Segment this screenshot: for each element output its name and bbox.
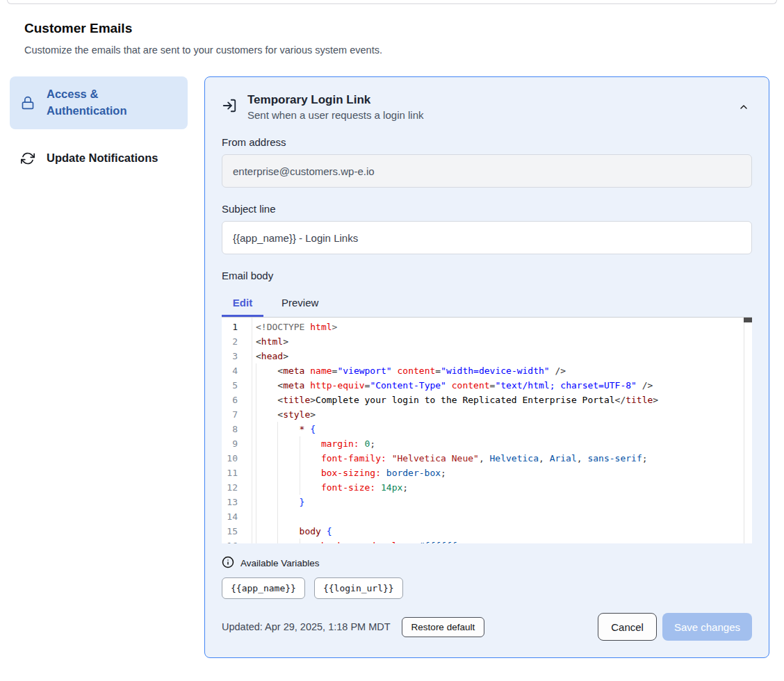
sidebar: Access & Authentication Update Notificat… <box>10 76 188 177</box>
temporary-login-link-panel: Temporary Login Link Sent when a user re… <box>204 76 769 658</box>
chevron-up-icon <box>738 104 749 115</box>
code-line: <style> <box>256 407 742 422</box>
line-number: 14 <box>222 509 252 524</box>
line-number: 3 <box>222 349 252 363</box>
line-number: 4 <box>222 363 252 378</box>
code-line: font-size: 14px; <box>256 480 742 495</box>
sidebar-item-update-notifications[interactable]: Update Notifications <box>10 140 188 177</box>
available-variables-header: Available Variables <box>222 556 752 571</box>
page-title: Customer Emails <box>24 21 784 36</box>
panel-title: Temporary Login Link <box>247 93 423 107</box>
tab-edit[interactable]: Edit <box>222 288 263 317</box>
code-line: font-family: "Helvetica Neue", Helvetica… <box>256 451 742 466</box>
indent-guide <box>277 524 299 539</box>
editor-code: <!DOCTYPE html><html><head><meta name="v… <box>252 318 752 543</box>
code-line: <!DOCTYPE html> <box>256 320 742 334</box>
refresh-icon <box>21 151 36 165</box>
panel-header-text: Temporary Login Link Sent when a user re… <box>247 93 423 121</box>
indent-guide <box>277 466 299 480</box>
restore-default-button[interactable]: Restore default <box>402 617 485 637</box>
indent-guide <box>256 466 277 480</box>
line-number: 12 <box>222 480 252 495</box>
subject-line-label: Subject line <box>222 203 752 215</box>
code-line: } <box>256 495 742 509</box>
lock-icon <box>21 96 36 110</box>
line-number: 16 <box>222 539 252 543</box>
line-number: 10 <box>222 451 252 466</box>
indent-guide <box>256 393 277 407</box>
indent-guide <box>277 480 299 495</box>
code-line: <title>Complete your login to the Replic… <box>256 393 742 407</box>
indent-guide <box>256 363 277 378</box>
from-address-label: From address <box>222 136 752 148</box>
editor-scrollbar[interactable] <box>744 318 752 543</box>
available-variables-label: Available Variables <box>240 558 320 568</box>
line-number: 5 <box>222 378 252 393</box>
tab-preview[interactable]: Preview <box>280 288 320 317</box>
sidebar-item-label: Update Notifications <box>47 150 158 167</box>
code-line: margin: 0; <box>256 436 742 451</box>
panel-footer: Updated: Apr 29, 2025, 1:18 PM MDT Resto… <box>222 613 752 641</box>
sidebar-item-access-authentication[interactable]: Access & Authentication <box>10 76 188 129</box>
cancel-button[interactable]: Cancel <box>598 613 657 641</box>
line-number: 2 <box>222 334 252 349</box>
indent-guide <box>256 378 277 393</box>
code-line <box>256 509 742 524</box>
email-body-label: Email body <box>222 270 752 281</box>
code-line: <meta name="viewport" content="width=dev… <box>256 363 742 378</box>
code-line: box-sizing: border-box; <box>256 466 742 480</box>
editor-gutter: 12345678910111213141516 <box>222 318 252 543</box>
panel-header: Temporary Login Link Sent when a user re… <box>222 93 752 121</box>
variable-chip[interactable]: {{app_name}} <box>222 577 305 599</box>
updated-timestamp: Updated: Apr 29, 2025, 1:18 PM MDT <box>222 621 391 632</box>
indent-guide <box>277 495 299 509</box>
indent-guide <box>300 436 321 451</box>
indent-guide <box>277 451 299 466</box>
indent-guide <box>277 539 299 543</box>
indent-guide <box>277 436 299 451</box>
line-number: 11 <box>222 466 252 480</box>
subject-line-input[interactable] <box>222 221 752 254</box>
indent-guide <box>256 436 277 451</box>
line-number: 13 <box>222 495 252 509</box>
code-line: <meta http-equiv="Content-Type" content=… <box>256 378 742 393</box>
indent-guide <box>256 407 277 422</box>
sidebar-item-label: Access & Authentication <box>47 86 177 120</box>
indent-guide <box>277 422 299 436</box>
indent-guide <box>256 422 277 436</box>
code-line: background-color: #ffffff; <box>256 539 742 543</box>
collapse-button[interactable] <box>735 99 752 117</box>
code-editor[interactable]: 12345678910111213141516 <!DOCTYPE html><… <box>222 317 752 543</box>
line-number: 6 <box>222 393 252 407</box>
indent-guide <box>300 539 321 543</box>
page-subtitle: Customize the emails that are sent to yo… <box>24 44 784 56</box>
variable-chips: {{app_name}}{{login_url}} <box>222 577 752 599</box>
login-icon <box>222 98 237 116</box>
previous-card-bottom-edge <box>7 0 777 4</box>
info-icon <box>222 556 234 571</box>
indent-guide <box>277 509 299 524</box>
indent-guide <box>256 451 277 466</box>
indent-guide <box>256 539 277 543</box>
editor-scrollbar-thumb[interactable] <box>744 318 752 322</box>
content-row: Access & Authentication Update Notificat… <box>10 76 769 658</box>
line-number: 7 <box>222 407 252 422</box>
panel-subtitle: Sent when a user requests a login link <box>247 109 423 121</box>
indent-guide <box>300 480 321 495</box>
line-number: 9 <box>222 436 252 451</box>
line-number: 15 <box>222 524 252 539</box>
from-address-input <box>222 154 752 188</box>
indent-guide <box>300 451 321 466</box>
code-line: <html> <box>256 334 742 349</box>
indent-guide <box>256 480 277 495</box>
line-number: 1 <box>222 320 252 334</box>
save-changes-button[interactable]: Save changes <box>662 613 752 641</box>
code-line: body { <box>256 524 742 539</box>
code-line: * { <box>256 422 742 436</box>
email-body-tabs: Edit Preview <box>222 288 752 317</box>
code-line: <head> <box>256 349 742 363</box>
line-number: 8 <box>222 422 252 436</box>
variable-chip[interactable]: {{login_url}} <box>314 577 403 599</box>
indent-guide <box>300 466 321 480</box>
indent-guide <box>256 524 277 539</box>
